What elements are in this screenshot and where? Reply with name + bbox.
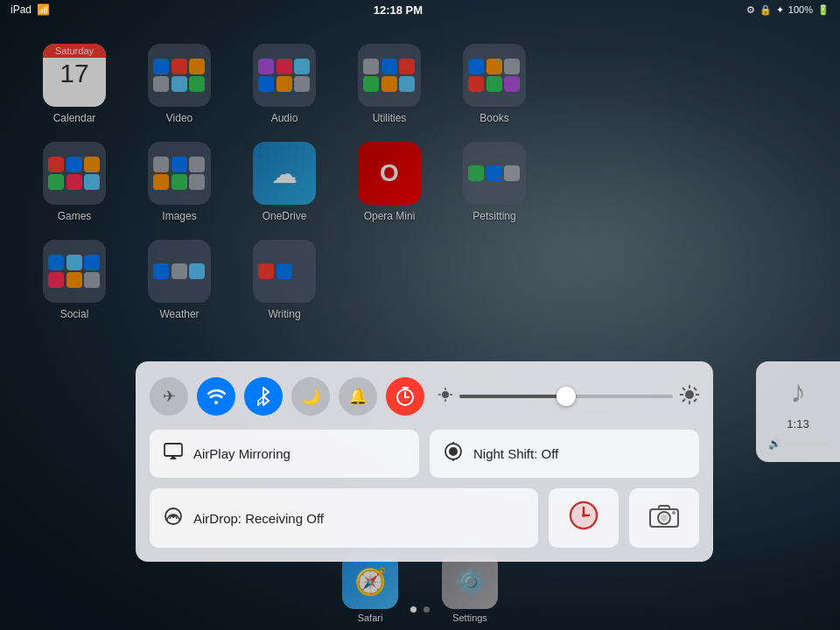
battery-icon: 🔋 [817, 4, 830, 16]
playback-time: 1:13 [787, 417, 808, 430]
toggle-row: ✈ 🌙 🔔 [150, 377, 699, 416]
airplay-icon [164, 443, 183, 465]
wifi-indicator: 📶 [37, 4, 50, 16]
lock-icon: 🔒 [760, 4, 772, 16]
svg-line-15 [694, 388, 696, 390]
svg-line-16 [682, 399, 685, 402]
brightness-thumb[interactable] [556, 387, 576, 406]
airdrop-button[interactable]: AirDrop: Receiving Off [150, 488, 538, 548]
control-center: ✈ 🌙 🔔 [136, 361, 713, 562]
camera-icon [649, 503, 679, 534]
cc-wide-buttons: AirPlay Mirroring Night Shift: Off [150, 430, 699, 478]
status-bar: iPad 📶 12:18 PM ⚙ 🔒 ✦ 100% 🔋 [0, 0, 840, 19]
volume-row: 🔊 [768, 438, 829, 450]
music-note-icon: ♪ [790, 374, 806, 410]
battery-percent: 100% [788, 4, 813, 15]
clock-button[interactable] [549, 488, 619, 548]
do-not-disturb-button[interactable]: 🌙 [291, 377, 330, 416]
wifi-toggle-button[interactable] [197, 377, 235, 416]
svg-point-33 [672, 511, 676, 514]
volume-track[interactable] [785, 443, 829, 445]
status-right: ⚙ 🔒 ✦ 100% 🔋 [746, 4, 830, 16]
svg-point-29 [582, 514, 585, 517]
night-shift-icon [444, 442, 463, 466]
svg-point-24 [172, 514, 175, 518]
svg-rect-18 [164, 444, 182, 456]
timer-button[interactable] [386, 377, 424, 416]
bluetooth-status-icon: ✦ [776, 4, 784, 16]
settings-status-icon: ⚙ [746, 4, 755, 16]
airplay-mirroring-button[interactable]: AirPlay Mirroring [150, 430, 419, 478]
volume-icon: 🔊 [768, 438, 781, 450]
brightness-max-icon [680, 385, 699, 408]
time-display: 12:18 PM [374, 4, 423, 17]
airdrop-label: AirDrop: Receiving Off [193, 511, 324, 526]
mute-button[interactable]: 🔔 [339, 377, 377, 416]
bluetooth-toggle-button[interactable] [244, 377, 283, 416]
svg-line-17 [694, 399, 696, 402]
mini-player: ♪ 1:13 🔊 [756, 361, 840, 462]
svg-point-9 [685, 390, 694, 399]
svg-line-14 [682, 388, 685, 390]
clock-icon [569, 500, 598, 536]
camera-button[interactable] [629, 488, 699, 548]
svg-point-4 [442, 391, 449, 398]
brightness-min-icon [438, 388, 452, 405]
airplane-mode-button[interactable]: ✈ [150, 377, 188, 416]
carrier-label: iPad [10, 4, 32, 16]
cc-bottom-row: AirDrop: Receiving Off [150, 488, 699, 548]
airdrop-icon [164, 507, 183, 530]
night-shift-label: Night Shift: Off [473, 446, 558, 461]
brightness-fill [459, 395, 566, 398]
brightness-track[interactable] [459, 395, 673, 398]
svg-point-32 [661, 514, 668, 522]
status-left: iPad 📶 [10, 4, 50, 16]
airplay-mirroring-label: AirPlay Mirroring [193, 446, 290, 461]
night-shift-button[interactable]: Night Shift: Off [430, 430, 699, 478]
brightness-control [438, 385, 699, 408]
svg-point-20 [449, 447, 458, 456]
